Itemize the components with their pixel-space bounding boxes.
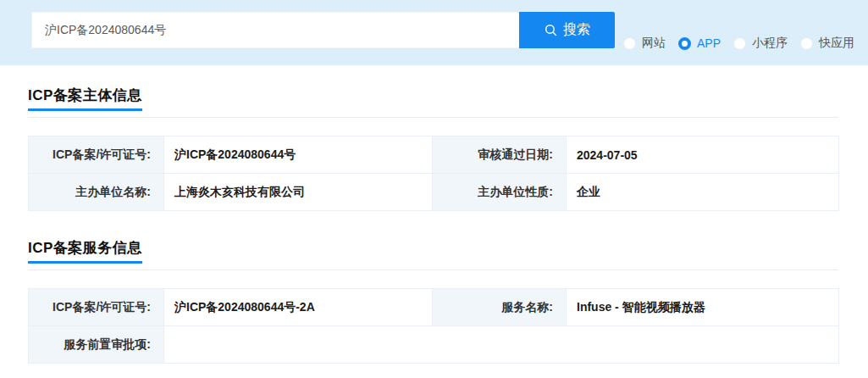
cell-label: ICP备案/许可证号:: [29, 289, 164, 326]
table-row: 主办单位名称: 上海炎木亥科技有限公司 主办单位性质: 企业: [29, 174, 839, 211]
cell-value: 沪ICP备2024080644号: [164, 136, 433, 174]
cell-label: 服务前置审批项:: [29, 326, 164, 364]
radio-miniprogram-label: 小程序: [752, 36, 788, 51]
cell-value: 上海炎木亥科技有限公司: [164, 174, 433, 211]
radio-website[interactable]: 网站: [623, 36, 666, 51]
section-head: ICP备案主体信息: [28, 87, 838, 111]
cell-value: 2024-07-05: [567, 136, 839, 174]
radio-circle-icon: [678, 37, 691, 50]
section-head: ICP备案服务信息: [28, 240, 838, 264]
cell-label: 服务名称:: [433, 289, 567, 326]
radio-circle-icon: [733, 37, 746, 50]
section-divider: [28, 270, 838, 270]
main-content: ICP备案主体信息 ICP备案/许可证号: 沪ICP备2024080644号 审…: [0, 65, 868, 364]
radio-website-label: 网站: [642, 36, 666, 51]
radio-quickapp-label: 快应用: [819, 36, 854, 51]
cell-value: Infuse - 智能视频播放器: [567, 289, 839, 326]
search-bar: 搜索: [31, 12, 615, 48]
service-info-table: ICP备案/许可证号: 沪ICP备2024080644号-2A 服务名称: In…: [28, 288, 839, 364]
cell-label: 主办单位性质:: [433, 174, 567, 211]
table-row: ICP备案/许可证号: 沪ICP备2024080644号 审核通过日期: 202…: [29, 136, 839, 174]
section-divider: [28, 117, 838, 118]
search-type-radio-group: 网站 APP 小程序 快应用: [623, 36, 854, 51]
section-title-subject: ICP备案主体信息: [28, 87, 142, 111]
search-input[interactable]: [31, 12, 519, 48]
search-button-label: 搜索: [563, 21, 590, 39]
section-service-info: ICP备案服务信息 ICP备案/许可证号: 沪ICP备2024080644号-2…: [28, 240, 838, 364]
cell-label: 主办单位名称:: [29, 174, 164, 211]
magnifier-icon: [544, 23, 558, 37]
radio-miniprogram[interactable]: 小程序: [733, 36, 788, 51]
search-header: 搜索 网站 APP 小程序 快应用: [0, 0, 868, 65]
subject-info-table: ICP备案/许可证号: 沪ICP备2024080644号 审核通过日期: 202…: [28, 136, 839, 211]
table-row: 服务前置审批项:: [29, 326, 839, 364]
cell-label: 审核通过日期:: [433, 136, 567, 174]
table-row: ICP备案/许可证号: 沪ICP备2024080644号-2A 服务名称: In…: [29, 289, 839, 326]
section-title-service: ICP备案服务信息: [28, 240, 142, 264]
radio-quickapp[interactable]: 快应用: [800, 36, 854, 51]
radio-app-label: APP: [697, 36, 721, 50]
cell-value: 沪ICP备2024080644号-2A: [164, 289, 433, 326]
search-button[interactable]: 搜索: [519, 12, 615, 48]
radio-circle-icon: [800, 37, 813, 50]
section-subject-info: ICP备案主体信息 ICP备案/许可证号: 沪ICP备2024080644号 审…: [28, 87, 838, 211]
icp-lookup-page: 搜索 网站 APP 小程序 快应用: [0, 0, 868, 378]
radio-app[interactable]: APP: [678, 36, 721, 50]
radio-circle-icon: [623, 37, 636, 50]
cell-label: ICP备案/许可证号:: [29, 136, 164, 174]
cell-value: [164, 326, 839, 364]
cell-value: 企业: [567, 174, 839, 211]
